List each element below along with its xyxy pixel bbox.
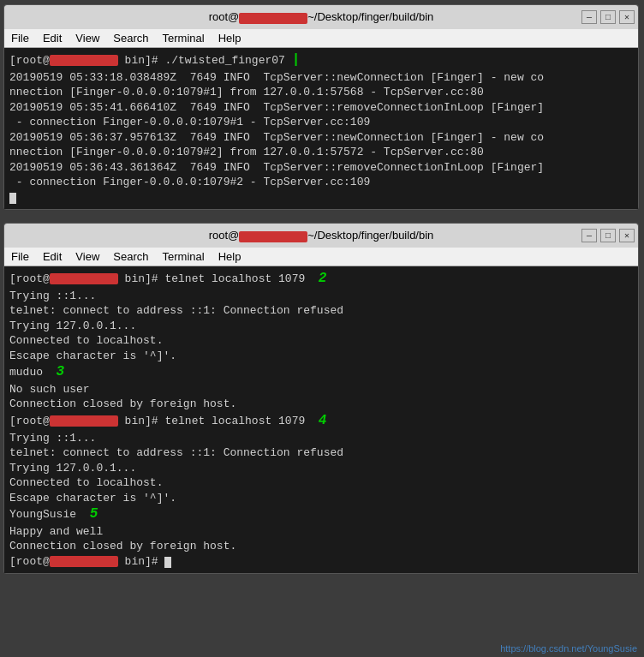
menu-view-2[interactable]: View — [69, 248, 106, 266]
terminal-line: Escape character is '^]'. — [9, 349, 633, 364]
menu-terminal-2[interactable]: Terminal — [156, 248, 212, 266]
redacted-1 — [50, 55, 118, 66]
terminal-line: Connection closed by foreign host. — [9, 539, 633, 554]
terminal-line: Trying 127.0.0.1... — [9, 461, 633, 476]
terminal-line: nnection [Finger-0.0.0.0:1079#1] from 12… — [9, 85, 633, 100]
terminal-line: Connection closed by foreign host. — [9, 397, 633, 412]
window1-title: root@ ~/Desktop/finger/build/bin — [209, 10, 434, 23]
terminal-line: Happy and well — [9, 524, 633, 540]
terminal-line: telnet: connect to address ::1: Connecti… — [9, 445, 633, 461]
terminal-line: - connection Finger-0.0.0.0:1079#1 - Tcp… — [9, 115, 633, 130]
redacted-2a — [50, 273, 118, 284]
terminal-line: Trying ::1... — [9, 289, 633, 304]
title-bar-2: root@ ~/Desktop/finger/build/bin — □ ✕ — [4, 224, 638, 248]
menu-edit-1[interactable]: Edit — [36, 29, 69, 47]
terminal-line: Trying 127.0.0.1... — [9, 319, 633, 334]
window2-title: root@ ~/Desktop/finger/build/bin — [209, 229, 434, 242]
terminal-line: 20190519 05:35:41.666410Z 7649 INFO TcpS… — [9, 100, 633, 116]
annotation-3: 3 — [57, 364, 65, 379]
menu-file-2[interactable]: File — [4, 248, 36, 266]
terminal-line: telnet: connect to address ::1: Connecti… — [9, 303, 633, 319]
redacted-2c — [50, 556, 118, 567]
terminal-line: 20190519 05:36:37.957613Z 7649 INFO TcpS… — [9, 130, 633, 146]
menu-bar-1: File Edit View Search Terminal Help — [4, 29, 638, 48]
terminal-window-1: root@ ~/Desktop/finger/build/bin — □ ✕ F… — [3, 4, 639, 210]
terminal-line: [root@ bin]# telnet localhost 1079 4 — [9, 412, 633, 431]
menu-search-2[interactable]: Search — [106, 248, 155, 266]
terminal-line: [root@ bin]# ./twisted_finger07 | — [9, 51, 633, 70]
redacted-2b — [50, 415, 118, 427]
menu-bar-2: File Edit View Search Terminal Help — [4, 248, 638, 266]
terminal-line — [9, 190, 633, 206]
terminal-body-1: [root@ bin]# ./twisted_finger07 | 201905… — [4, 48, 638, 209]
minimize-button-2[interactable]: — — [581, 229, 597, 242]
terminal-line: Connected to localhost. — [9, 475, 633, 491]
window2-controls: — □ ✕ — [581, 229, 635, 242]
terminal-line: YoungSusie 5 — [9, 505, 633, 524]
terminal-line: Connected to localhost. — [9, 333, 633, 349]
maximize-button-2[interactable]: □ — [600, 229, 616, 242]
menu-help-1[interactable]: Help — [212, 29, 248, 47]
minimize-button-1[interactable]: — — [581, 10, 597, 24]
menu-view-1[interactable]: View — [69, 29, 106, 47]
cursor — [164, 557, 171, 568]
menu-search-1[interactable]: Search — [106, 29, 155, 47]
terminal-line: 20190519 05:36:43.361364Z 7649 INFO TcpS… — [9, 160, 633, 176]
annotation-5: 5 — [90, 506, 98, 522]
close-button-2[interactable]: ✕ — [619, 229, 635, 242]
title-bar-1: root@ ~/Desktop/finger/build/bin — □ ✕ — [4, 5, 638, 29]
window1-controls: — □ ✕ — [581, 10, 635, 24]
terminal-line: muduo 3 — [9, 363, 633, 382]
terminal-line: Trying ::1... — [9, 431, 633, 446]
annotation-4: 4 — [319, 413, 327, 428]
menu-help-2[interactable]: Help — [212, 248, 248, 266]
terminal-line: Escape character is '^]'. — [9, 491, 633, 506]
annotation-2: 2 — [319, 271, 327, 286]
watermark: https://blog.csdn.net/YoungSusie — [500, 643, 637, 654]
terminal-line: No such user — [9, 382, 633, 397]
terminal-line: - connection Finger-0.0.0.0:1079#2 - Tcp… — [9, 175, 633, 190]
close-button-1[interactable]: ✕ — [619, 10, 635, 24]
menu-terminal-1[interactable]: Terminal — [156, 29, 212, 47]
terminal-line: [root@ bin]# telnet localhost 1079 2 — [9, 270, 633, 289]
terminal-line: [root@ bin]# — [9, 554, 633, 570]
menu-file-1[interactable]: File — [4, 29, 36, 47]
redacted-hostname-1 — [239, 13, 307, 24]
maximize-button-1[interactable]: □ — [600, 10, 616, 24]
menu-edit-2[interactable]: Edit — [36, 248, 69, 266]
terminal-line: nnection [Finger-0.0.0.0:1079#2] from 12… — [9, 145, 633, 160]
terminal-window-2: root@ ~/Desktop/finger/build/bin — □ ✕ F… — [3, 223, 639, 574]
terminal-line: 20190519 05:33:18.038489Z 7649 INFO TcpS… — [9, 70, 633, 86]
terminal-body-2: [root@ bin]# telnet localhost 1079 2 Try… — [4, 266, 638, 573]
redacted-hostname-2 — [239, 231, 307, 242]
annotation-arrow: | — [292, 52, 301, 68]
